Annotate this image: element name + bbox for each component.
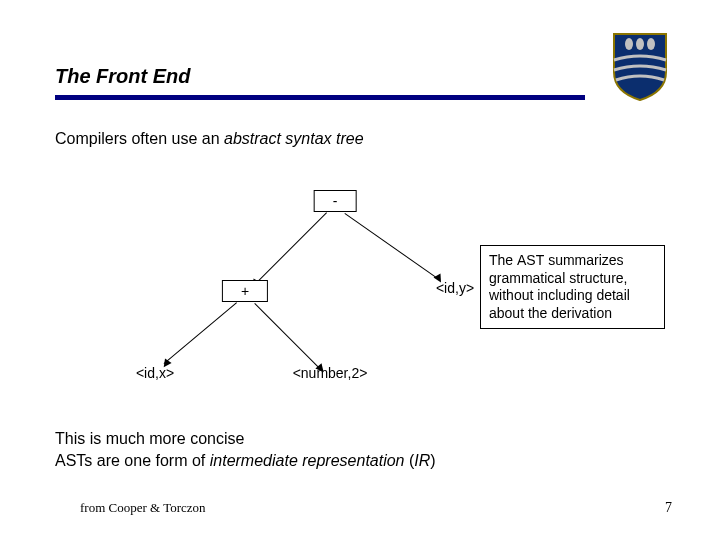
note-box: The AST summarizes grammatical structure… — [480, 245, 665, 329]
svg-point-2 — [647, 38, 655, 50]
leaf-number-2: <number,2> — [293, 365, 368, 381]
leaf-id-y: <id,y> — [436, 280, 474, 296]
bottom-2d: ( — [405, 452, 415, 469]
svg-point-1 — [636, 38, 644, 50]
subtitle-text: Compilers often use an — [55, 130, 224, 147]
bottom-ir-abbr: IR — [414, 452, 430, 469]
bottom-ast: AST — [55, 452, 84, 469]
note-text-a: The — [489, 252, 517, 268]
page-number: 7 — [665, 500, 672, 516]
note-ast: AST — [517, 252, 544, 268]
shield-logo — [612, 32, 668, 102]
node-plus: + — [222, 280, 268, 302]
bottom-text: This is much more concise ASTs are one f… — [55, 428, 436, 471]
page-title: The Front End — [55, 65, 191, 88]
bottom-ir-full: intermediate representation — [210, 452, 405, 469]
footer-attribution: from Cooper & Torczon — [80, 500, 206, 516]
svg-point-0 — [625, 38, 633, 50]
node-minus: - — [314, 190, 357, 212]
leaf-id-x: <id,x> — [136, 365, 174, 381]
title-underline — [55, 95, 585, 100]
bottom-line2: ASTs are one form of intermediate repres… — [55, 450, 436, 472]
subtitle-italic: abstract syntax tree — [224, 130, 364, 147]
bottom-line1: This is much more concise — [55, 428, 436, 450]
bottom-2f: ) — [430, 452, 435, 469]
subtitle: Compilers often use an abstract syntax t… — [55, 130, 364, 148]
bottom-2b: s are one form of — [84, 452, 209, 469]
